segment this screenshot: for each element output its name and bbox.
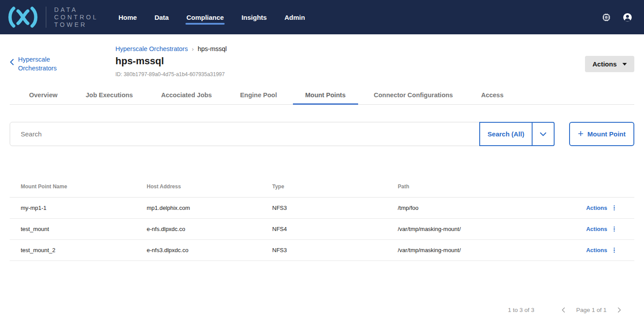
kebab-menu-icon[interactable] <box>613 205 616 212</box>
mount-points-table: Mount Point Name Host Address Type Path … <box>10 176 634 261</box>
table-row: my-mp1-1 mp1.delphix.com NFS3 /tmp/foo A… <box>10 198 634 219</box>
actions-button-label: Actions <box>592 60 617 68</box>
cell-path: /var/tmp/masking-mount/ <box>387 247 568 253</box>
nav-item-data[interactable]: Data <box>155 14 169 21</box>
tab-overview[interactable]: Overview <box>17 86 70 105</box>
brand[interactable]: DATA CONTROL TOWER <box>6 5 98 29</box>
col-header-type: Type <box>261 183 387 190</box>
chip-icon[interactable] <box>602 13 611 22</box>
row-actions-link[interactable]: Actions <box>586 226 607 232</box>
back-link[interactable]: Hyperscale Orchestrators <box>10 55 64 73</box>
cell-host-address: e-nfs.dlpxdc.co <box>136 226 261 232</box>
pagination-range: 1 to 3 of 3 <box>508 307 534 313</box>
cell-type: NFS3 <box>261 205 387 211</box>
tab-bar: Overview Job Executions Accociated Jobs … <box>10 86 634 105</box>
col-header-path: Path <box>387 183 568 190</box>
nav-item-admin[interactable]: Admin <box>285 14 305 21</box>
cell-path: /tmp/foo <box>387 205 568 211</box>
search-toolbar: Search (All) + Mount Point <box>10 122 634 146</box>
cell-actions: Actions <box>568 226 634 233</box>
brand-wordmark: DATA CONTROL TOWER <box>54 6 98 29</box>
chevron-left-icon <box>562 307 565 313</box>
breadcrumb-parent-link[interactable]: Hyperscale Orchestrators <box>115 45 188 52</box>
tab-job-executions[interactable]: Job Executions <box>74 86 145 105</box>
search-all-button[interactable]: Search (All) <box>480 123 532 145</box>
nav-item-compliance[interactable]: Compliance <box>186 14 224 21</box>
previous-page-button[interactable] <box>562 307 565 313</box>
col-header-host-address: Host Address <box>136 183 261 190</box>
pagination-page-text: Page 1 of 1 <box>576 307 607 313</box>
actions-button[interactable]: Actions <box>585 56 634 72</box>
row-actions-link[interactable]: Actions <box>586 247 607 253</box>
search-split-button: Search (All) <box>479 122 555 146</box>
table-header-row: Mount Point Name Host Address Type Path <box>10 176 634 198</box>
chevron-left-icon <box>10 59 14 66</box>
col-header-mount-point-name: Mount Point Name <box>10 183 136 190</box>
pagination-footer: 1 to 3 of 3 Page 1 of 1 <box>10 307 634 313</box>
table-row: test_mount e-nfs.dlpxdc.co NFS4 /var/tmp… <box>10 219 634 240</box>
search-input[interactable] <box>10 122 480 146</box>
page-title: hps-mssql <box>115 55 227 67</box>
cell-type: NFS3 <box>261 247 387 253</box>
back-link-label: Hyperscale Orchestrators <box>18 55 64 73</box>
breadcrumb-current: hps-mssql <box>198 45 227 52</box>
cell-mount-point-name: test_mount <box>10 226 136 232</box>
dct-logo-icon <box>6 5 40 29</box>
add-mount-point-label: Mount Point <box>588 130 626 138</box>
caret-down-icon <box>622 63 627 66</box>
cell-mount-point-name: test_mount_2 <box>10 247 136 253</box>
add-mount-point-button[interactable]: + Mount Point <box>569 122 634 146</box>
entity-id: ID: 380b1797-89a0-4d75-a1b4-607935a31997 <box>115 71 227 77</box>
chevron-down-icon <box>540 132 547 136</box>
row-actions-link[interactable]: Actions <box>586 205 607 211</box>
kebab-menu-icon[interactable] <box>613 247 616 254</box>
nav-item-insights[interactable]: Insights <box>241 14 267 21</box>
cell-path: /var/tmp/masking-mount/ <box>387 226 568 232</box>
cell-host-address: mp1.delphix.com <box>136 205 261 211</box>
user-account-icon[interactable] <box>622 12 633 22</box>
pager: Page 1 of 1 <box>562 307 621 313</box>
tab-mount-points[interactable]: Mount Points <box>293 86 358 105</box>
tab-engine-pool[interactable]: Engine Pool <box>228 86 289 105</box>
top-nav-bar: DATA CONTROL TOWER Home Data Compliance … <box>0 0 644 34</box>
tab-access[interactable]: Access <box>469 86 516 105</box>
kebab-menu-icon[interactable] <box>613 226 616 233</box>
search-options-dropdown[interactable] <box>532 123 554 145</box>
page-header-center: Hyperscale Orchestrators › hps-mssql hps… <box>115 45 227 77</box>
main-nav: Home Data Compliance Insights Admin <box>118 14 305 21</box>
cell-type: NFS4 <box>261 226 387 232</box>
tab-accociated-jobs[interactable]: Accociated Jobs <box>149 86 224 105</box>
brand-line: CONTROL <box>54 14 98 21</box>
tab-connector-configurations[interactable]: Connector Configurations <box>362 86 466 105</box>
brand-line: DATA <box>54 6 98 14</box>
nav-right-icons <box>602 12 633 22</box>
chevron-right-icon <box>618 307 621 313</box>
brand-divider <box>46 7 46 28</box>
plus-icon: + <box>578 129 584 139</box>
breadcrumb-separator: › <box>192 46 193 52</box>
brand-line: TOWER <box>54 21 98 29</box>
next-page-button[interactable] <box>618 307 621 313</box>
nav-item-home[interactable]: Home <box>118 14 137 21</box>
cell-actions: Actions <box>568 205 634 212</box>
breadcrumb: Hyperscale Orchestrators › hps-mssql <box>115 45 227 52</box>
cell-actions: Actions <box>568 247 634 254</box>
page-header: Hyperscale Orchestrators Hyperscale Orch… <box>10 34 634 86</box>
cell-mount-point-name: my-mp1-1 <box>10 205 136 211</box>
table-row: test_mount_2 e-nfs3.dlpxdc.co NFS3 /var/… <box>10 240 634 261</box>
cell-host-address: e-nfs3.dlpxdc.co <box>136 247 261 253</box>
